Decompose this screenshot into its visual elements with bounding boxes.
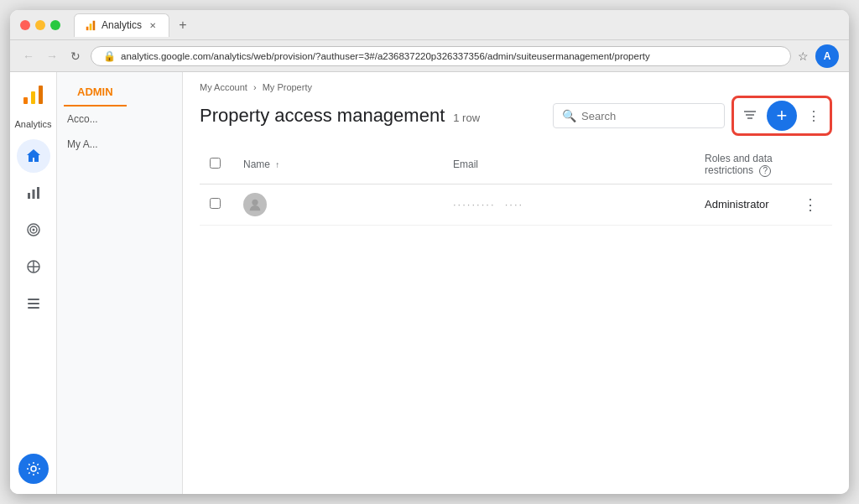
row-role-cell: Administrator (695, 184, 789, 225)
admin-menu-item-4[interactable] (57, 182, 182, 207)
more-icon: ⋮ (807, 108, 820, 124)
breadcrumb-separator: › (253, 82, 257, 92)
role-help-icon[interactable]: ? (759, 165, 771, 177)
header-email-col: Email (443, 146, 695, 184)
minimize-window-button[interactable] (35, 20, 45, 30)
active-tab[interactable]: Analytics ✕ (74, 13, 169, 37)
url-actions: ☆ (798, 49, 809, 63)
admin-menu-account[interactable]: Acco... (57, 107, 182, 132)
target-icon (25, 221, 42, 238)
settings-button[interactable] (18, 454, 49, 484)
row-role-label: Administrator (705, 198, 769, 210)
app-body: Analytics (10, 72, 849, 494)
svg-point-22 (252, 200, 258, 205)
forward-button[interactable]: → (44, 48, 60, 65)
row-actions-cell: ⋮ (789, 184, 832, 225)
bar-chart-icon (25, 184, 42, 201)
gear-icon (26, 461, 41, 476)
tab-bar: Analytics ✕ + (74, 13, 839, 37)
row-name-cell (233, 184, 443, 225)
admin-menu-item-6[interactable] (57, 232, 182, 257)
header-actions-col (789, 146, 832, 184)
close-window-button[interactable] (20, 20, 30, 30)
address-bar: ← → ↻ 🔒 analytics.google.com/analytics/w… (10, 40, 849, 72)
browser-window: Analytics ✕ + ← → ↻ 🔒 analytics.google.c… (10, 10, 849, 494)
page-title-row: Property access management 1 row 🔍 (200, 96, 832, 136)
svg-rect-7 (32, 190, 34, 199)
app-title-label: Analytics (14, 119, 51, 129)
more-options-button[interactable]: ⋮ (800, 102, 827, 129)
row-checkbox-cell (200, 184, 233, 225)
bookmark-icon[interactable]: ☆ (798, 49, 809, 63)
select-all-checkbox[interactable] (210, 158, 221, 169)
search-box[interactable]: 🔍 (553, 103, 725, 128)
tab-favicon-icon (85, 19, 96, 31)
svg-point-11 (32, 229, 34, 231)
page-title-left: Property access management 1 row (200, 105, 480, 127)
main-content: My Account › My Property Property access… (183, 72, 849, 494)
filter-icon (742, 108, 757, 123)
svg-rect-5 (39, 86, 43, 104)
sidebar-configure-button[interactable] (17, 287, 50, 320)
reload-button[interactable]: ↻ (67, 48, 84, 65)
svg-rect-6 (28, 193, 30, 199)
sidebar-reports-button[interactable] (17, 176, 50, 210)
header-role-col: Roles and data restrictions ? (695, 146, 789, 184)
svg-rect-2 (93, 21, 96, 30)
admin-tab[interactable]: ADMIN (64, 79, 127, 107)
url-field[interactable]: 🔒 analytics.google.com/analytics/web/pro… (91, 46, 791, 66)
add-user-button[interactable]: + (767, 101, 797, 131)
admin-menu-my-account[interactable]: My A... (57, 132, 182, 157)
user-avatar (243, 193, 267, 216)
profile-button[interactable]: A (815, 44, 839, 68)
svg-rect-3 (23, 97, 28, 104)
sidebar-explore-button[interactable] (17, 213, 50, 247)
back-button[interactable]: ← (20, 48, 37, 65)
header-actions: 🔍 (553, 96, 832, 136)
app-logo (18, 79, 49, 109)
svg-point-18 (31, 466, 36, 471)
header-name-col: Name ↑ (233, 146, 443, 184)
svg-rect-4 (31, 91, 35, 104)
row-more-button[interactable]: ⋮ (799, 193, 822, 216)
sidebar-bottom (18, 454, 49, 494)
table-container: Name ↑ Email Roles and data restrictions… (183, 146, 849, 226)
traffic-lights (20, 20, 60, 30)
breadcrumb-account[interactable]: My Account (200, 82, 247, 92)
home-icon (25, 148, 42, 164)
tab-close-button[interactable]: ✕ (147, 19, 159, 31)
name-column-label: Name (243, 158, 270, 170)
header-action-group: + ⋮ (731, 96, 832, 136)
name-sort-icon[interactable]: ↑ (275, 160, 279, 169)
search-input[interactable] (581, 110, 716, 122)
svg-rect-17 (28, 307, 39, 309)
breadcrumb-property[interactable]: My Property (263, 82, 312, 92)
table-row: ········· ···· Administrator ⋮ (200, 184, 832, 225)
sidebar: Analytics (10, 72, 57, 494)
admin-menu-item-5[interactable] (57, 207, 182, 232)
sidebar-home-button[interactable] (17, 139, 50, 173)
maximize-window-button[interactable] (50, 20, 60, 30)
add-icon: + (777, 105, 788, 127)
svg-rect-16 (28, 303, 39, 304)
new-tab-button[interactable]: + (173, 15, 193, 35)
page-title: Property access management (200, 105, 445, 127)
lock-icon: 🔒 (103, 50, 116, 62)
admin-menu-item-3[interactable] (57, 157, 182, 182)
search-icon: 🔍 (562, 109, 576, 122)
filter-button[interactable] (737, 102, 763, 129)
svg-rect-8 (37, 187, 39, 199)
users-table: Name ↑ Email Roles and data restrictions… (200, 146, 832, 226)
row-email-cell: ········· ···· (443, 184, 695, 225)
configure-icon (25, 295, 42, 312)
content-header: My Account › My Property Property access… (183, 72, 849, 146)
row-email-blurred: ········· ···· (453, 198, 523, 210)
sidebar-advertising-button[interactable] (17, 250, 50, 283)
admin-menu-item-7[interactable] (57, 257, 182, 283)
row-checkbox[interactable] (210, 198, 221, 209)
browser-titlebar: Analytics ✕ + (10, 10, 849, 40)
admin-panel: ADMIN Acco... My A... (57, 72, 183, 494)
analytics-logo-icon (22, 82, 45, 106)
breadcrumb: My Account › My Property (200, 82, 832, 92)
advertising-icon (25, 258, 42, 275)
